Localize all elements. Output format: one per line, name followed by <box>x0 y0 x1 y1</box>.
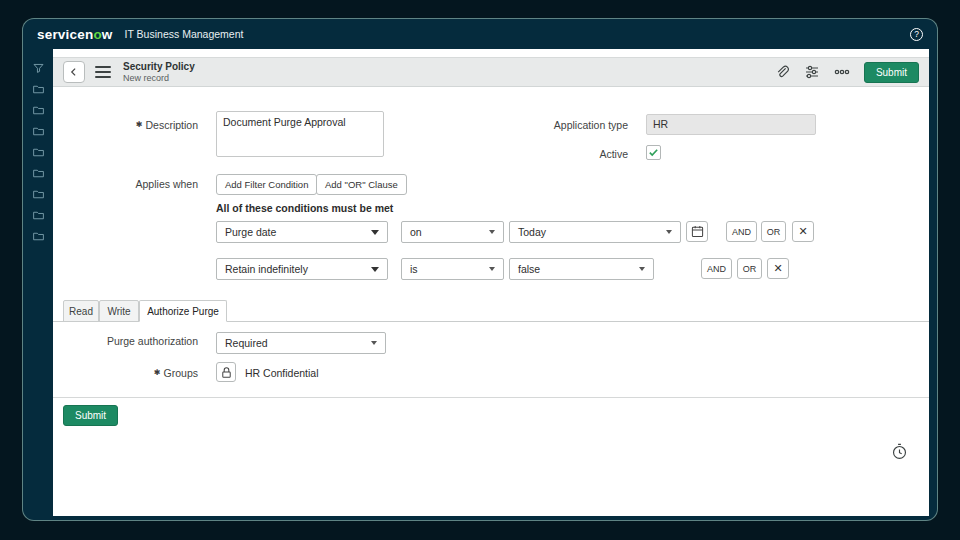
brand-accent: o <box>93 27 101 42</box>
condition2-value-select[interactable]: false <box>509 258 654 280</box>
application-type-label: Application type <box>483 119 628 131</box>
purge-authorization-label: Purge authorization <box>93 335 198 347</box>
folder-icon[interactable] <box>32 82 45 95</box>
applies-when-label-text: Applies when <box>136 178 198 190</box>
servicenow-logo: servicenow <box>37 27 113 42</box>
add-filter-condition-button[interactable]: Add Filter Condition <box>216 174 317 195</box>
condition1-value-select[interactable]: Today <box>509 221 681 243</box>
condition2-remove-button[interactable]: ✕ <box>767 258 789 279</box>
app-window: servicenow IT Business Management ? Secu… <box>22 18 938 521</box>
record-title: Security Policy New record <box>123 61 195 83</box>
chevron-down-icon <box>489 267 495 271</box>
purge-authorization-select[interactable]: Required <box>216 332 386 354</box>
active-checkbox[interactable] <box>646 145 661 160</box>
tab-authorize-purge[interactable]: Authorize Purge <box>139 300 227 322</box>
purge-authorization-value: Required <box>225 337 268 349</box>
brand-text: servicen <box>37 27 93 42</box>
condition2-field-value: Retain indefinitely <box>225 263 308 275</box>
tab-read[interactable]: Read <box>63 300 99 322</box>
brand-text-end: w <box>102 27 113 42</box>
personalize-form-sliders-icon[interactable] <box>804 64 820 80</box>
conditions-note: All of these conditions must be met <box>216 202 393 214</box>
required-mark: ✱ <box>136 120 143 129</box>
condition1-or-button[interactable]: OR <box>761 221 786 242</box>
groups-label-text: Groups <box>164 367 198 379</box>
attachment-paperclip-icon[interactable] <box>774 64 790 80</box>
condition2-field-select[interactable]: Retain indefinitely <box>216 258 388 280</box>
condition2-or-button[interactable]: OR <box>737 258 762 279</box>
help-glyph: ? <box>914 29 919 39</box>
condition1-remove-button[interactable]: ✕ <box>792 221 814 242</box>
folder-icon[interactable] <box>32 103 45 116</box>
folder-icon[interactable] <box>32 166 45 179</box>
main-content: Security Policy New record Submit ✱ Desc… <box>53 49 929 516</box>
chevron-down-icon <box>666 230 672 234</box>
app-header: servicenow IT Business Management ? <box>23 19 937 49</box>
record-type: Security Policy <box>123 61 195 73</box>
calendar-picker-icon[interactable] <box>686 221 708 242</box>
folder-icon[interactable] <box>32 124 45 137</box>
condition1-and-button[interactable]: AND <box>726 221 757 242</box>
condition1-operator-value: on <box>410 226 422 238</box>
help-icon[interactable]: ? <box>910 28 923 41</box>
chevron-down-icon <box>371 267 379 272</box>
condition2-value: false <box>518 263 540 275</box>
applies-when-label: Applies when <box>93 178 198 190</box>
form-toolbar: Security Policy New record Submit <box>53 57 929 87</box>
folder-icon[interactable] <box>32 229 45 242</box>
groups-value: HR Confidential <box>245 367 319 379</box>
condition1-field-value: Purge date <box>225 226 276 238</box>
lock-icon[interactable] <box>216 362 236 382</box>
folder-icon[interactable] <box>32 145 45 158</box>
history-clock-icon[interactable] <box>891 443 908 460</box>
tab-write[interactable]: Write <box>99 300 139 322</box>
screen: { "colors": { "header_bg": "#052b3d", "b… <box>0 0 960 540</box>
application-type-field: HR <box>646 114 816 135</box>
context-menu-icon[interactable] <box>95 66 111 78</box>
authorize-purge-panel <box>53 321 929 398</box>
description-label-text: Description <box>145 119 198 131</box>
folder-icon[interactable] <box>32 208 45 221</box>
condition1-value: Today <box>518 226 546 238</box>
folder-icon[interactable] <box>32 187 45 200</box>
checkmark-icon <box>648 147 659 158</box>
required-mark: ✱ <box>154 368 161 377</box>
condition2-operator-select[interactable]: is <box>401 258 504 280</box>
active-label-text: Active <box>599 148 628 160</box>
submit-button-footer[interactable]: Submit <box>63 405 118 426</box>
chevron-down-icon <box>639 267 645 271</box>
chevron-down-icon <box>371 341 377 345</box>
chevron-down-icon <box>489 230 495 234</box>
submit-button-header[interactable]: Submit <box>864 62 919 83</box>
more-options-icon[interactable] <box>834 64 850 80</box>
filter-funnel-icon[interactable] <box>32 61 45 74</box>
active-label: Active <box>483 148 628 160</box>
product-name: IT Business Management <box>125 28 244 40</box>
add-or-clause-button[interactable]: Add "OR" Clause <box>316 174 407 195</box>
description-label: ✱ Description <box>93 119 198 131</box>
condition1-operator-select[interactable]: on <box>401 221 504 243</box>
condition2-and-button[interactable]: AND <box>701 258 732 279</box>
purge-authorization-label-text: Purge authorization <box>107 335 198 347</box>
chevron-down-icon <box>371 230 379 235</box>
back-button[interactable] <box>63 61 85 83</box>
condition1-field-select[interactable]: Purge date <box>216 221 388 243</box>
record-subtitle: New record <box>123 73 195 83</box>
description-textarea[interactable]: Document Purge Approval <box>216 111 384 157</box>
groups-label: ✱ Groups <box>93 367 198 379</box>
condition2-operator-value: is <box>410 263 418 275</box>
application-type-label-text: Application type <box>554 119 628 131</box>
left-sidebar <box>23 49 53 520</box>
